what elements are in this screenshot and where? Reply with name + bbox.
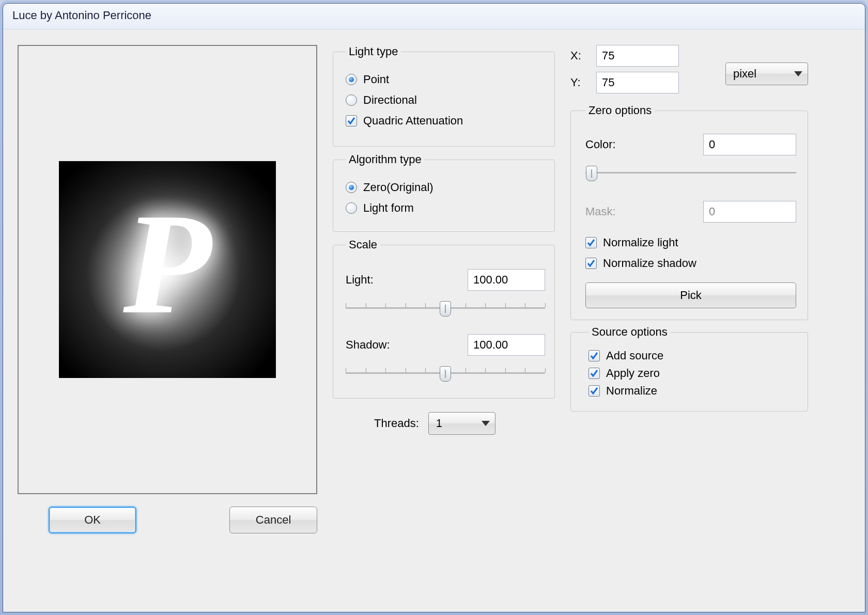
titlebar: Luce by Antonino Perricone [3, 4, 865, 29]
scale-light-input[interactable] [468, 269, 545, 291]
mask-input [703, 201, 796, 223]
threads-label: Threads: [374, 417, 419, 430]
radio-light-form[interactable] [346, 202, 357, 214]
radio-zero-original[interactable] [346, 182, 357, 193]
check-quadric-label[interactable]: Quadric Attenuation [363, 114, 463, 128]
scale-shadow-label: Shadow: [346, 338, 390, 352]
threads-row: Threads: 1 [333, 412, 555, 435]
check-icon [590, 369, 599, 378]
color-slider[interactable] [585, 163, 796, 183]
source-options-group: Source options Add source Apply zero [570, 325, 808, 412]
color-label: Color: [585, 138, 616, 151]
check-add-source-label[interactable]: Add source [606, 349, 663, 362]
radio-directional[interactable] [346, 94, 357, 106]
zero-options-legend: Zero options [585, 104, 655, 117]
radio-zero-original-label[interactable]: Zero(Original) [363, 181, 433, 194]
cancel-button[interactable]: Cancel [229, 507, 317, 533]
chevron-down-icon [794, 71, 802, 76]
preview-letter: P [123, 192, 211, 336]
color-input[interactable] [703, 134, 796, 155]
left-column: P OK Cancel [18, 45, 317, 602]
y-input[interactable] [596, 72, 679, 93]
radio-point[interactable] [346, 74, 357, 85]
right-column: X: Y: pixel Zero options Color: [570, 45, 808, 602]
window-title: Luce by Antonino Perricone [12, 9, 151, 22]
unit-select[interactable]: pixel [725, 62, 808, 85]
check-normalize-light-label[interactable]: Normalize light [603, 236, 678, 249]
pick-button[interactable]: Pick [585, 282, 796, 308]
algorithm-group: Algorithm type Zero(Original) Light form [333, 153, 555, 232]
x-input[interactable] [596, 45, 679, 67]
threads-value: 1 [436, 417, 442, 430]
check-icon [590, 351, 599, 360]
threads-select[interactable]: 1 [428, 412, 495, 435]
scale-group: Scale Light: Shadow: [333, 238, 555, 399]
chevron-down-icon [482, 421, 490, 426]
scale-shadow-slider[interactable] [346, 363, 545, 384]
scale-legend: Scale [346, 238, 380, 251]
check-icon [347, 116, 356, 125]
check-normalize-label[interactable]: Normalize [606, 384, 657, 398]
dialog-window: Luce by Antonino Perricone P OK Cancel L… [3, 3, 865, 612]
check-normalize[interactable] [588, 385, 600, 397]
preview-image: P [59, 161, 276, 378]
y-label: Y: [570, 76, 589, 89]
radio-point-label[interactable]: Point [363, 73, 389, 86]
mask-label: Mask: [585, 205, 616, 218]
preview-frame: P [18, 45, 317, 494]
algorithm-legend: Algorithm type [346, 153, 425, 166]
check-icon [586, 238, 596, 247]
light-type-legend: Light type [346, 45, 401, 58]
radio-light-form-label[interactable]: Light form [363, 201, 414, 215]
middle-column: Light type Point Directional Quadric Att… [333, 45, 555, 602]
dialog-buttons: OK Cancel [18, 507, 317, 533]
scale-light-slider[interactable] [346, 298, 545, 319]
scale-shadow-input[interactable] [468, 334, 545, 356]
scale-light-label: Light: [346, 273, 374, 287]
check-add-source[interactable] [588, 350, 600, 361]
check-apply-zero[interactable] [588, 368, 600, 379]
unit-value: pixel [733, 67, 756, 81]
zero-options-group: Zero options Color: Mask: [570, 104, 808, 320]
check-icon [590, 386, 599, 396]
check-normalize-shadow-label[interactable]: Normalize shadow [603, 257, 696, 270]
ok-button[interactable]: OK [49, 507, 136, 533]
light-type-group: Light type Point Directional Quadric Att… [333, 45, 555, 147]
position-row: X: Y: pixel [570, 45, 808, 99]
check-apply-zero-label[interactable]: Apply zero [606, 367, 660, 380]
check-quadric[interactable] [346, 115, 357, 127]
check-normalize-light[interactable] [585, 237, 597, 248]
x-label: X: [570, 49, 589, 62]
dialog-content: P OK Cancel Light type Point Directional [3, 29, 865, 612]
radio-directional-label[interactable]: Directional [363, 93, 417, 107]
check-icon [586, 259, 596, 268]
source-options-legend: Source options [588, 325, 671, 339]
check-normalize-shadow[interactable] [585, 258, 597, 269]
